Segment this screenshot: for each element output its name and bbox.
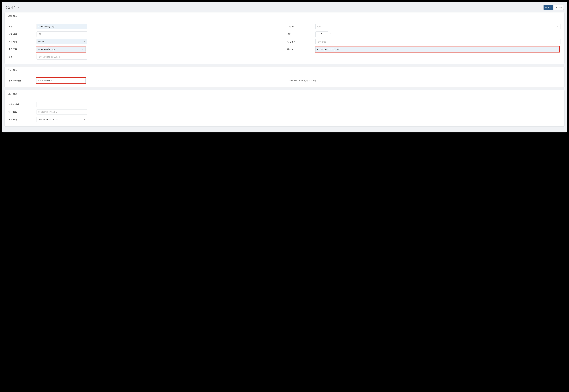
row-exec-mode: 실행 방식 주기 [9,30,282,38]
period-unit: 초 [329,33,331,35]
row-spacer-1 [287,53,561,61]
profile-select[interactable]: azure_activity_logs [37,78,85,83]
collect-location-select[interactable]: 선택 안 함 [315,39,561,44]
confirm-button[interactable]: 확인 [543,5,553,10]
profile-value: azure_activity_logs [38,80,55,82]
common-settings-header: 공통 설정 [5,13,564,20]
cancel-label: 취소 [558,6,562,9]
profile-label: 접속 프로파일 [9,79,37,82]
row-collect-model: 수집 모델 Azure Activity Logs [9,45,282,53]
exec-mode-label: 실행 방식 [9,33,37,35]
profile-description: Azure Event Hubs 접속 프로파일 [288,79,317,82]
filter-mode-value: 패턴 매칭된 로그만 수집 [38,118,60,121]
filter-settings-panel: 필터 설정 정규식 패턴 대상 필드 필터 방식 패턴 매칭된 로그만 수집 [4,90,565,126]
description-label: 설명 [9,56,37,58]
confirm-label: 확인 [548,6,551,9]
filter-mode-label: 필터 방식 [9,118,37,121]
name-label: 이름 [9,25,37,28]
common-settings-grid: 이름 자산 IP 선택 실 [9,23,560,61]
filter-settings-header: 필터 설정 [5,90,564,98]
filter-settings-body: 정규식 패턴 대상 필드 필터 방식 패턴 매칭된 로그만 수집 [5,98,564,126]
row-profile-desc: Azure Event Hubs 접속 프로파일 [287,77,561,84]
load-location-select[interactable]: control [37,39,87,44]
filter-mode-select[interactable]: 패턴 매칭된 로그만 수집 [37,117,87,122]
chevron-down-icon [82,48,84,50]
row-description: 설명 [9,53,282,61]
common-settings-panel: 공통 설정 이름 자산 IP 선택 [4,12,565,64]
collect-settings-grid: 접속 프로파일 azure_activity_logs Azure Event … [9,77,560,84]
target-field-input[interactable] [37,109,87,115]
table-highlight [315,46,560,53]
row-regex: 정규식 패턴 [9,101,95,108]
asset-ip-select[interactable]: 선택 [315,24,561,29]
period-input[interactable] [315,31,328,37]
collect-location-placeholder: 선택 안 함 [317,41,326,43]
collect-model-value: Azure Activity Logs [38,48,55,50]
period-label: 주기 [287,33,315,35]
chevron-down-icon [83,41,85,43]
table-input[interactable] [315,47,559,52]
collect-settings-panel: 수집 설정 접속 프로파일 azure_activity_logs Azure … [4,66,565,88]
row-asset-ip: 자산 IP 선택 [287,23,561,30]
cancel-button[interactable]: 취소 [554,5,564,10]
load-location-value: control [38,41,44,43]
exec-mode-select[interactable]: 주기 [37,31,87,37]
regex-label: 정규식 패턴 [9,103,37,106]
dialog-actions: 확인 취소 [543,5,564,10]
table-label: 테이블 [287,48,315,51]
row-period: 주기 초 [287,30,561,38]
row-filter-mode: 필터 방식 패턴 매칭된 로그만 수집 [9,116,95,123]
target-field-label: 대상 필드 [9,111,37,113]
title-bar: 수집기 추가 확인 취소 [4,4,565,12]
collect-model-label: 수집 모델 [9,48,37,51]
chevron-down-icon [557,26,559,28]
row-load-location: 적재 위치 control [9,38,282,45]
dialog-window: 수집기 추가 확인 취소 공통 설정 이름 [2,2,567,132]
asset-ip-placeholder: 선택 [317,25,321,28]
collect-location-label: 수집 위치 [287,41,315,43]
chevron-down-icon [83,119,85,121]
profile-highlight: azure_activity_logs [36,77,86,84]
description-input[interactable] [37,54,87,59]
collect-model-highlight: Azure Activity Logs [36,46,86,53]
exec-mode-value: 주기 [38,33,42,35]
collect-settings-body: 접속 프로파일 azure_activity_logs Azure Event … [5,74,564,87]
row-table: 테이블 [287,45,561,53]
row-collect-location: 수집 위치 선택 안 함 [287,38,561,45]
row-profile: 접속 프로파일 azure_activity_logs [9,77,282,84]
asset-ip-label: 자산 IP [287,25,315,28]
common-settings-body: 이름 자산 IP 선택 실 [5,20,564,64]
collect-model-select[interactable]: Azure Activity Logs [37,47,85,52]
row-target-field: 대상 필드 [9,108,95,116]
collect-settings-header: 수집 설정 [5,67,564,74]
name-input[interactable] [37,24,87,29]
chevron-down-icon [83,33,85,35]
close-icon [556,7,557,8]
chevron-down-icon [557,41,559,43]
dialog-title: 수집기 추가 [5,6,19,9]
check-icon [545,7,547,8]
row-name: 이름 [9,23,282,30]
regex-input[interactable] [37,102,87,107]
load-location-label: 적재 위치 [9,41,37,43]
